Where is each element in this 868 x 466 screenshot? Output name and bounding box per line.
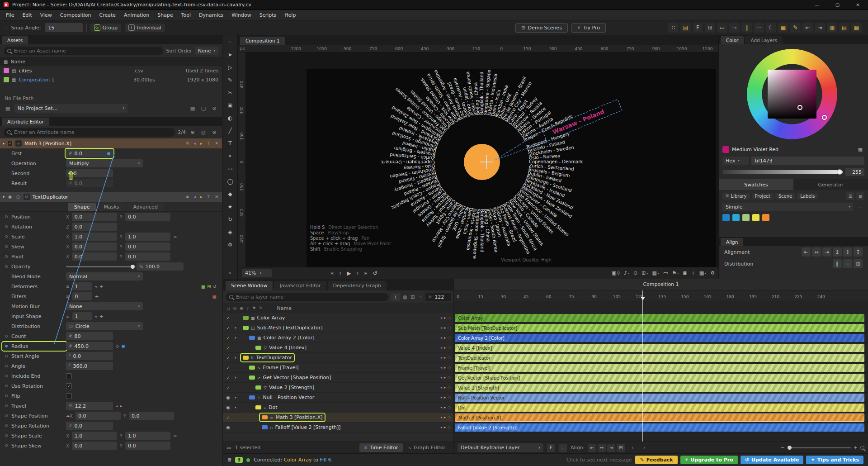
tab-scene-window[interactable]: Scene Window: [226, 281, 273, 290]
keyframe-toggle[interactable]: [4, 355, 9, 357]
grid-icon[interactable]: ▦: [851, 23, 862, 33]
next-key-icon[interactable]: ▸: [120, 404, 122, 408]
value-field[interactable]: 0.0: [72, 223, 117, 231]
align-bottom-icon[interactable]: ↧: [854, 247, 863, 257]
value-field[interactable]: 1.0: [125, 432, 170, 440]
count-field[interactable]: 1: [72, 312, 92, 320]
keyframe-toggle[interactable]: [4, 215, 9, 218]
keyframe-toggle[interactable]: [4, 345, 9, 347]
expand-caret[interactable]: ▾: [233, 356, 238, 360]
layer-color-chip[interactable]: [255, 405, 261, 409]
connect-circle[interactable]: ○: [448, 425, 451, 429]
eyedropper-icon[interactable]: ▦: [856, 145, 864, 153]
connect-circle[interactable]: ○: [448, 316, 451, 320]
connect-circle[interactable]: ○: [448, 326, 451, 330]
panel-layout-icon[interactable]: ▤: [680, 23, 691, 33]
layer-color-chip[interactable]: [255, 346, 261, 350]
sphere-tool-icon[interactable]: ◐: [225, 113, 236, 123]
library-button-project[interactable]: Project: [752, 193, 774, 200]
next-message-hint[interactable]: Click to see next message: [566, 457, 632, 463]
v-ruler[interactable]: -450-300-1500150300450: [238, 52, 246, 267]
add-guide-icon[interactable]: +: [691, 270, 695, 276]
menu-animation[interactable]: Animation: [120, 10, 153, 20]
align-center-h-icon[interactable]: ↔: [812, 247, 821, 257]
frame-toggle-button[interactable]: F: [547, 444, 555, 452]
tab-advanced[interactable]: Advanced: [127, 203, 164, 211]
timeline-bar[interactable]: Math 3 [Position.X]: [455, 414, 864, 422]
group-mode-button[interactable]: G Group: [90, 24, 122, 32]
display-icon[interactable]: ▢: [199, 104, 208, 112]
target-tool-icon[interactable]: ⌖: [225, 151, 236, 161]
next-key-icon[interactable]: ▸: [444, 425, 446, 429]
image-icon[interactable]: ▦▾: [652, 270, 659, 276]
library-button-scene[interactable]: Scene: [775, 193, 796, 200]
visibility-toggle[interactable]: ✓: [225, 415, 231, 420]
ellipse-tool-icon[interactable]: ◯: [225, 176, 236, 186]
next-key-icon[interactable]: ▸: [444, 356, 446, 360]
layer-row[interactable]: ✓▾⠿TextDuplicator◂▸○: [223, 353, 453, 363]
refresh-icon[interactable]: ↺: [213, 284, 217, 289]
layer-row[interactable]: ✓▦Color Array◂▸○: [223, 313, 453, 323]
tab-javascript-editor[interactable]: JavaScript Editor: [274, 281, 326, 290]
color-swatch[interactable]: [762, 214, 769, 221]
next-key-icon[interactable]: ▸: [444, 316, 446, 320]
settings-tool-icon[interactable]: ⚙: [225, 240, 236, 250]
marquee-icon[interactable]: ▭: [717, 23, 727, 33]
dots-grid-icon[interactable]: ∷: [668, 23, 679, 33]
count-field[interactable]: 0: [72, 292, 92, 300]
status-button-tips-and-tricks[interactable]: ✦Tips and Tricks: [806, 456, 863, 464]
opacity-slider[interactable]: [66, 266, 134, 267]
close-button[interactable]: ✕: [848, 0, 868, 10]
align-right-icon[interactable]: ⇥: [822, 247, 831, 257]
layer-color-chip[interactable]: [243, 356, 249, 360]
tab-time-editor[interactable]: ≣Time Editor: [359, 443, 403, 452]
keyframe-toggle[interactable]: [4, 225, 9, 228]
visibility-toggle[interactable]: ◉: [225, 405, 231, 410]
select-tool-icon[interactable]: ➤: [225, 50, 236, 60]
value-field[interactable]: 0.0: [72, 243, 117, 251]
zoom-knob[interactable]: [788, 446, 792, 450]
select-blend-mode[interactable]: Normal▾: [66, 272, 143, 281]
connect-circle[interactable]: ○: [448, 405, 451, 409]
text-tool-icon[interactable]: T: [225, 138, 236, 148]
sliders-icon[interactable]: ≋: [185, 195, 190, 199]
menu-shape[interactable]: Shape: [153, 10, 177, 20]
timeline-bar[interactable]: Sub Mesh [TextDuplicator]: [455, 324, 864, 332]
color-wheel[interactable]: [747, 49, 837, 139]
prev-key-icon[interactable]: ◂: [440, 336, 442, 340]
prev-key-icon[interactable]: ◂: [440, 415, 442, 419]
more-tools-icon[interactable]: »: [229, 270, 232, 276]
value-field[interactable]: %100.0: [137, 262, 184, 271]
clear-search-icon[interactable]: ⊗: [210, 128, 218, 136]
project-select[interactable]: No Project Set... ▾: [14, 104, 127, 113]
add-icon[interactable]: +: [95, 294, 99, 300]
zoom-in-icon[interactable]: +: [854, 445, 858, 451]
direct-select-tool-icon[interactable]: ▷: [225, 62, 236, 72]
export-arrow-icon[interactable]: →: [729, 23, 740, 33]
add-icon[interactable]: +: [99, 314, 104, 319]
layer-color-chip[interactable]: [249, 336, 255, 340]
step-back-icon[interactable]: ‹: [339, 270, 341, 276]
keyframe-toggle[interactable]: [4, 265, 9, 268]
align-left-icon[interactable]: ⇤: [802, 23, 813, 33]
tl-ph-handle[interactable]: [641, 297, 645, 300]
prev-key-icon[interactable]: ◂: [440, 356, 442, 360]
maximize-button[interactable]: ▢: [827, 0, 848, 10]
flag-icon[interactable]: ⚑: [252, 306, 256, 310]
menu-create[interactable]: Create: [95, 10, 120, 20]
display-icon[interactable]: ▭: [663, 270, 668, 276]
close-section-icon[interactable]: ✕: [214, 141, 219, 146]
zoom-out-icon[interactable]: −: [781, 445, 785, 451]
status-button-update-available[interactable]: ↺Update Available: [741, 456, 804, 464]
sparkle-tool-icon[interactable]: ◈: [225, 227, 236, 237]
sort-order-select[interactable]: None ▾: [195, 47, 218, 55]
target-icon[interactable]: ◎: [233, 306, 236, 310]
demo-scenes-button[interactable]: ⊞ Demo Scenes: [515, 23, 568, 33]
zoom-select[interactable]: 41% ▾: [242, 269, 272, 277]
attribute-search-input[interactable]: [14, 129, 171, 135]
layer-color-chip[interactable]: [243, 316, 249, 320]
collapse-caret-icon[interactable]: ▾: [3, 142, 5, 146]
h-ruler[interactable]: px -1200-1050-900-750-600-450-300-150015…: [238, 45, 718, 52]
select-operation[interactable]: Multiply▾: [66, 159, 143, 167]
keyframe-layer-select[interactable]: Default Keyframe Layer ▾: [458, 443, 543, 452]
